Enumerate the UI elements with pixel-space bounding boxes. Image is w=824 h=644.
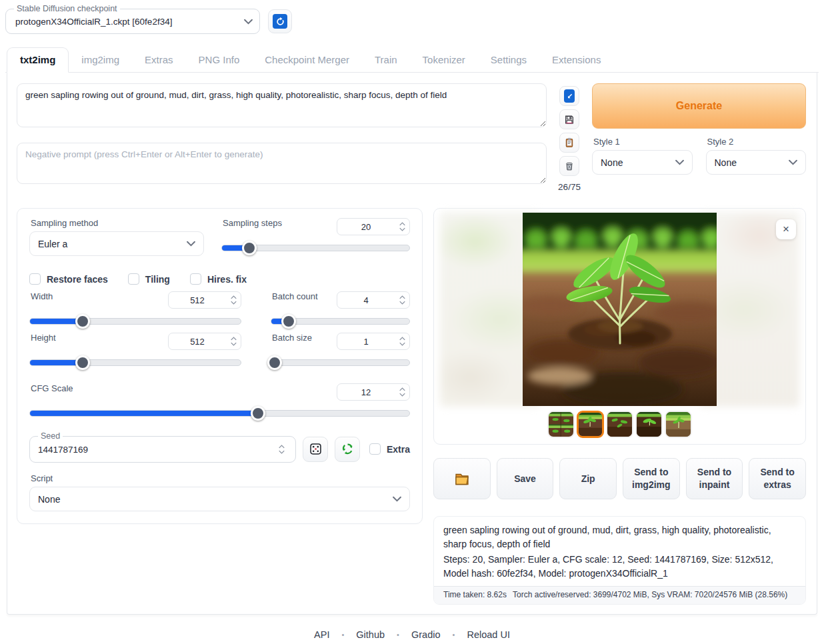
reuse-seed-button[interactable] [335,437,360,462]
footer-separator: • [336,631,349,639]
stepper-arrows[interactable] [395,219,409,235]
tab-extras[interactable]: Extras [132,48,186,72]
prompt-tools: 26/75 [559,83,580,192]
image-actions: Save Zip Send to img2img Send to inpaint… [433,458,806,499]
tab-img2img[interactable]: img2img [69,48,132,72]
chevron-down-icon [675,159,684,165]
txt2img-page: Stable Diffusion checkpoint protogenX34O… [0,0,824,644]
output-column: × [433,208,806,605]
thumbnail-3[interactable] [606,411,633,438]
generation-info-panel: green sapling rowing out of ground, mud,… [433,516,806,605]
save-style-button[interactable] [559,109,579,129]
tab-txt2img[interactable]: txt2img [7,47,69,73]
batch-size-slider[interactable] [271,355,410,370]
tiling-checkbox[interactable]: Tiling [128,273,170,285]
floppy-disk-icon [564,113,575,126]
script-label: Script [31,473,410,483]
stepper-arrows[interactable] [395,292,409,308]
width-slider[interactable] [29,314,241,329]
thumbnail-1-grid[interactable] [547,411,575,438]
prompt-input[interactable]: green sapling rowing out of ground, mud,… [17,83,547,127]
sampling-method-select[interactable]: Euler a [29,231,204,256]
dice-icon [309,442,323,456]
recycle-icon [341,442,355,456]
width-input[interactable]: 512 [168,291,241,309]
checkpoint-row: Stable Diffusion checkpoint protogenX34O… [0,0,824,34]
checkpoint-select[interactable]: Stable Diffusion checkpoint protogenX34O… [5,4,260,34]
footer-separator: • [391,631,405,639]
close-image-button[interactable]: × [776,219,796,239]
batch-count-input[interactable]: 4 [337,291,410,309]
send-to-extras-button[interactable]: Send to extras [749,458,806,499]
refresh-checkpoints-button[interactable] [268,9,292,33]
cfg-scale-label: CFG Scale [31,383,73,393]
sampling-steps-label: Sampling steps [223,218,282,228]
send-to-img2img-button[interactable]: Send to img2img [623,458,680,499]
restore-faces-checkbox[interactable]: Restore faces [29,273,108,285]
delete-style-button[interactable] [559,156,579,176]
tab-checkpoint-merger[interactable]: Checkpoint Merger [252,48,362,72]
read-params-button[interactable] [559,86,579,106]
batch-size-input[interactable]: 1 [337,333,410,350]
chevron-down-icon [393,496,401,502]
github-link[interactable]: Github [352,629,389,640]
tab-extensions[interactable]: Extensions [539,48,613,72]
style1-label: Style 1 [593,137,693,147]
style1-select[interactable]: None [592,150,693,175]
folder-icon [454,471,470,487]
batch-count-slider[interactable] [271,314,410,329]
extra-seed-checkbox[interactable]: Extra [369,443,410,455]
checkpoint-value: protogenX34OfficialR_1.ckpt [60fe2f34] [13,17,172,27]
paste-params-button[interactable] [559,133,579,153]
cfg-scale-input[interactable]: 12 [337,383,410,401]
random-seed-button[interactable] [303,437,328,462]
thumbnail-5[interactable] [665,411,692,438]
stepper-arrows[interactable] [395,333,409,349]
negative-prompt-input[interactable] [17,143,547,184]
style2-select[interactable]: None [706,150,807,175]
open-folder-button[interactable] [433,458,491,499]
stepper-arrows[interactable] [395,384,409,400]
refresh-icon [273,14,287,29]
thumbnail-4[interactable] [635,411,663,438]
script-select[interactable]: None [29,487,410,511]
reload-ui-link[interactable]: Reload UI [463,629,513,640]
width-label: Width [31,291,53,301]
chevron-down-icon [187,241,195,247]
stepper-arrows[interactable] [226,292,241,308]
clipboard-icon [564,137,575,149]
api-link[interactable]: API [310,629,333,640]
footer-separator: • [447,631,461,639]
trash-icon [564,160,575,172]
cfg-scale-slider[interactable] [29,406,410,421]
hires-fix-checkbox[interactable]: Hires. fix [190,273,247,285]
generation-settings-panel: Sampling method Euler a Sampling steps 2… [17,208,423,524]
send-to-inpaint-button[interactable]: Send to inpaint [686,458,743,499]
chevron-down-icon [244,19,253,25]
generate-button[interactable]: Generate [592,83,806,129]
thumbnail-2-selected[interactable] [577,411,604,438]
height-slider[interactable] [29,355,241,370]
height-label: Height [31,333,56,343]
tab-png-info[interactable]: PNG Info [186,48,253,72]
height-input[interactable]: 512 [168,333,241,350]
tab-settings[interactable]: Settings [478,48,539,72]
save-button[interactable]: Save [497,458,554,499]
zip-button[interactable]: Zip [559,458,617,499]
stepper-arrows[interactable] [274,445,289,454]
stepper-arrows[interactable] [226,333,241,349]
main-tabbar: txt2img img2img Extras PNG Info Checkpoi… [5,47,819,73]
gradio-link[interactable]: Gradio [407,629,445,640]
seed-input[interactable]: Seed 1441787169 [29,431,296,463]
batch-count-label: Batch count [272,291,318,301]
chevron-down-icon [789,159,797,165]
arrow-down-left-icon [564,89,575,103]
tab-tokenizer[interactable]: Tokenizer [410,48,478,72]
info-params-text: Steps: 20, Sampler: Euler a, CFG scale: … [443,553,796,581]
tab-train[interactable]: Train [362,48,410,72]
seed-label: Seed [38,431,63,441]
result-image-panel: × [433,208,806,445]
sampling-steps-slider[interactable] [221,241,410,255]
sampling-steps-input[interactable]: 20 [337,218,410,235]
generated-image-sapling[interactable] [523,213,717,406]
